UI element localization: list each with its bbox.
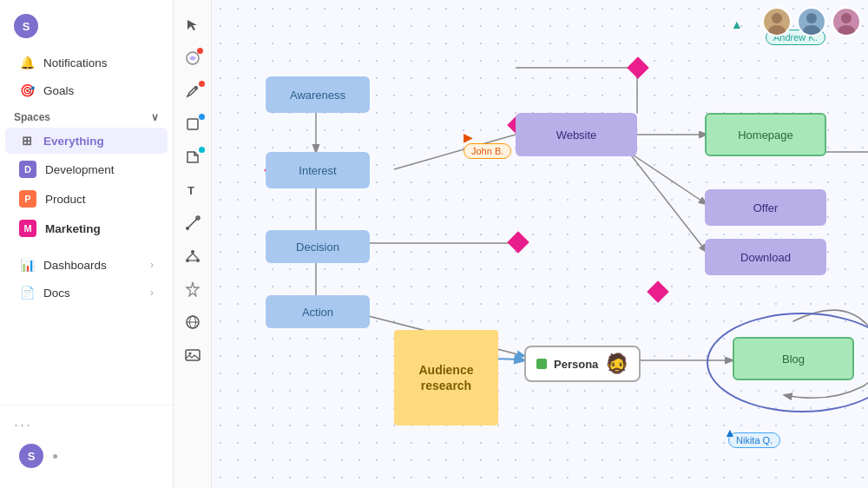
svg-point-34 [768,25,786,35]
svg-line-11 [193,254,198,259]
avatar-2[interactable] [797,7,826,36]
product-dot: P [19,190,36,208]
svg-point-9 [196,259,200,262]
red-dot-indicator [197,48,203,54]
diamond-top [627,56,648,78]
shape-tool[interactable] [178,109,207,139]
svg-line-24 [628,152,707,252]
svg-point-36 [803,25,820,35]
dashboards-chevron: › [150,259,154,271]
more-options-button[interactable]: ··· [0,412,173,438]
svg-point-17 [188,353,191,355]
user-tag-nikita: Nikita Q. [728,432,780,448]
svg-point-8 [186,259,189,262]
cursor-john: ▶ [464,130,473,144]
diamond-right-bottom [647,280,668,302]
select-tool[interactable] [178,10,207,40]
svg-point-7 [191,250,194,254]
globe-tool[interactable] [178,307,207,337]
bell-icon: 🔔 [19,55,35,70]
text-tool[interactable]: T [178,175,207,205]
sidebar-item-docs[interactable]: 📄 Docs › [5,280,168,306]
ai-tool[interactable] [178,43,207,73]
persona-face-icon: 🧔 [605,353,628,375]
goals-icon: 🎯 [19,82,35,98]
avatar-3[interactable] [832,7,861,36]
chevron-down-icon: ∨ [151,111,159,123]
spaces-section[interactable]: Spaces ∨ [0,104,173,127]
cursor-nikita: ▲ [724,425,736,439]
diamond-mid-bottom [507,231,529,253]
user-avatar: S [19,444,43,468]
awareness-node[interactable]: Awareness [266,76,370,113]
sidebar-item-everything[interactable]: ⊞ Everything [5,128,168,154]
pen-tool[interactable] [178,76,207,106]
network-tool[interactable] [178,241,207,271]
svg-point-35 [806,13,817,23]
canvas-toolbar: T [174,0,212,488]
action-node[interactable]: Action [266,295,370,328]
persona-dot [536,359,547,369]
persona-card[interactable]: Persona 🧔 [524,346,641,382]
online-indicator: ● [52,450,58,462]
svg-line-10 [187,254,193,259]
sidebar-bottom: ··· S ● [0,405,173,481]
magic-tool[interactable] [178,274,207,304]
offer-node[interactable]: Offer [705,189,826,226]
sidebar-user-avatar[interactable]: S ● [5,439,168,473]
svg-rect-16 [186,350,200,360]
workspace-header[interactable]: S [0,7,173,45]
svg-point-38 [838,25,855,35]
marketing-dot: M [19,220,36,237]
docs-chevron: › [150,287,154,299]
sidebar-item-product[interactable]: P Product [5,185,168,213]
grid-icon: ⊞ [19,133,35,148]
download-node[interactable]: Download [705,239,826,275]
flowchart-canvas[interactable]: Awareness Interest Decision Action Websi… [212,0,868,488]
avatar-1[interactable] [762,7,792,36]
workspace-avatar: S [14,14,38,38]
svg-point-33 [772,13,782,23]
decision-node[interactable]: Decision [266,230,370,263]
sidebar-item-notifications[interactable]: 🔔 Notifications [5,49,168,76]
interest-node[interactable]: Interest [266,152,370,188]
note-tool[interactable] [178,142,207,172]
homepage-node[interactable]: Homepage [705,113,826,156]
sidebar-item-development[interactable]: D Development [5,155,168,183]
dashboards-icon: 📊 [19,257,35,273]
user-tag-john: John B. [464,143,511,159]
note-cyan-dot [199,147,205,153]
svg-rect-2 [187,119,198,129]
docs-icon: 📄 [19,285,35,300]
connector-tool[interactable] [178,208,207,238]
website-node[interactable]: Website [516,113,637,156]
svg-point-5 [186,227,189,230]
avatars-row [762,7,861,36]
pen-red-dot [199,81,205,87]
sidebar: S 🔔 Notifications 🎯 Goals Spaces ∨ ⊞ Eve… [0,0,174,488]
shape-blue-dot [199,114,205,120]
svg-text:T: T [187,184,194,197]
sidebar-item-marketing[interactable]: M Marketing [5,214,168,242]
image-tool[interactable] [178,340,207,370]
audience-sticky-note[interactable]: Audience research [394,330,498,425]
cursor-andrew: ▲ [731,17,743,31]
svg-point-37 [841,13,852,23]
svg-line-23 [628,152,707,204]
development-dot: D [19,161,36,178]
sidebar-item-dashboards[interactable]: 📊 Dashboards › [5,252,168,278]
sidebar-item-goals[interactable]: 🎯 Goals [5,77,168,103]
blog-node[interactable]: Blog [733,337,854,380]
svg-point-1 [194,86,198,89]
